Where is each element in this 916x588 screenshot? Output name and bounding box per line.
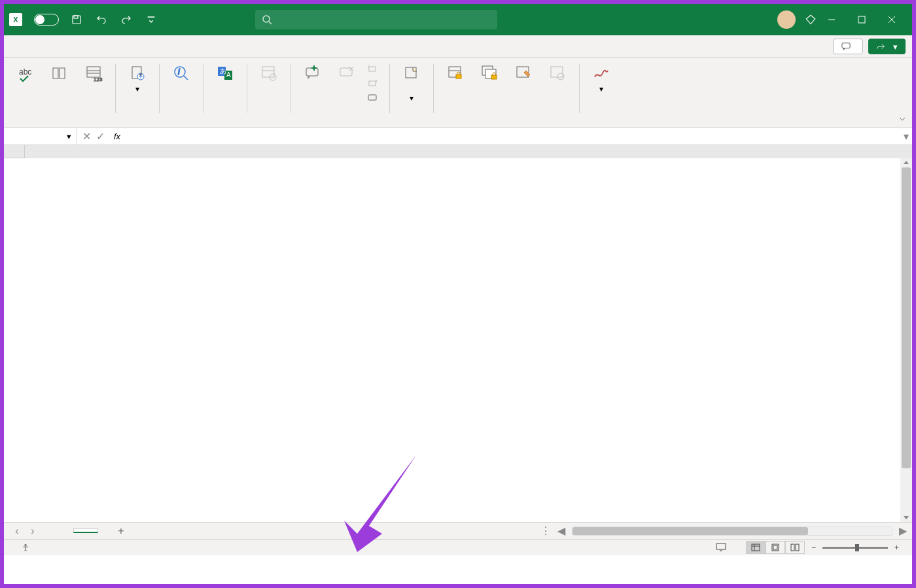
minimize-button[interactable] — [817, 4, 847, 35]
show-changes-button[interactable] — [253, 60, 285, 88]
hide-ink-button[interactable]: ▾ — [585, 60, 618, 97]
svg-rect-24 — [262, 67, 274, 77]
expand-formula-bar-button[interactable]: ▾ — [900, 130, 912, 143]
search-icon — [262, 14, 272, 25]
redo-button[interactable] — [114, 8, 138, 31]
svg-text:i: i — [178, 67, 180, 77]
svg-point-2 — [263, 16, 270, 22]
svg-rect-11 — [87, 67, 100, 77]
thesaurus-button[interactable] — [43, 60, 76, 88]
page-layout-view-button[interactable] — [766, 541, 785, 554]
notes-button[interactable]: ▾ — [395, 60, 428, 106]
previous-comment-button[interactable] — [364, 63, 384, 76]
excel-logo-icon: X — [9, 13, 22, 26]
scrollbar-thumb[interactable] — [902, 167, 911, 468]
svg-point-17 — [140, 74, 142, 76]
scroll-right-icon[interactable]: ▶ — [899, 525, 907, 537]
zoom-slider[interactable] — [822, 547, 888, 549]
select-all-corner[interactable] — [4, 145, 25, 158]
accessibility-icon — [21, 543, 30, 552]
zoom-out-button[interactable]: − — [811, 543, 816, 552]
svg-rect-7 — [842, 43, 850, 48]
allow-edit-ranges-button[interactable] — [507, 60, 540, 88]
show-comments-button[interactable] — [364, 92, 384, 105]
protect-workbook-button[interactable] — [473, 60, 506, 88]
sheet-tab-sheet1[interactable] — [73, 528, 98, 533]
maximize-button[interactable] — [847, 4, 877, 35]
save-button[interactable] — [65, 8, 88, 31]
svg-rect-36 — [406, 67, 416, 78]
autosave-toggle[interactable] — [30, 14, 59, 26]
prev-sheet-button[interactable]: ‹ — [9, 525, 25, 537]
svg-rect-39 — [456, 75, 461, 78]
sheet-tab-bar: ‹ › + ⋮ ◀ ▶ — [4, 522, 912, 539]
svg-rect-34 — [369, 81, 376, 86]
page-break-view-button[interactable] — [785, 541, 805, 554]
search-input[interactable] — [255, 10, 497, 29]
chevron-down-icon: ▾ — [410, 94, 414, 103]
smart-lookup-button[interactable]: i — [165, 60, 198, 88]
delete-comment-button[interactable] — [330, 60, 363, 88]
svg-rect-9 — [53, 68, 58, 78]
protect-sheet-button[interactable] — [439, 60, 472, 88]
tab-options-icon[interactable]: ⋮ — [540, 525, 551, 537]
display-icon — [716, 543, 726, 552]
scrollbar-thumb[interactable] — [572, 527, 808, 535]
ribbon: abc 123 ▾ i あA — [4, 58, 912, 128]
name-box[interactable]: ▾ — [4, 128, 77, 145]
chevron-down-icon: ▾ — [67, 131, 71, 141]
menubar: ▾ — [4, 35, 912, 58]
chevron-down-icon: ▾ — [893, 42, 898, 52]
quickaccess-dropdown[interactable] — [139, 8, 163, 31]
status-accessibility[interactable] — [21, 543, 33, 552]
share-button[interactable]: ▾ — [868, 39, 906, 54]
svg-rect-53 — [773, 545, 777, 549]
next-sheet-button[interactable]: › — [25, 525, 41, 537]
fx-icon[interactable]: fx — [114, 131, 120, 141]
normal-view-button[interactable] — [746, 541, 766, 554]
diamond-icon[interactable] — [805, 14, 817, 26]
svg-point-46 — [25, 544, 27, 546]
undo-button[interactable] — [90, 8, 113, 31]
formula-input[interactable] — [124, 131, 900, 141]
svg-rect-1 — [74, 16, 78, 18]
svg-point-18 — [175, 67, 185, 77]
scroll-down-icon[interactable] — [902, 514, 911, 521]
comment-icon — [841, 42, 851, 51]
collapse-ribbon-button[interactable] — [892, 60, 912, 128]
add-sheet-button[interactable]: + — [111, 525, 131, 537]
svg-text:A: A — [226, 71, 231, 78]
cancel-formula-icon[interactable]: ✕ — [82, 130, 91, 143]
close-button[interactable] — [877, 4, 907, 35]
svg-rect-27 — [306, 68, 318, 76]
unshare-workbook-button[interactable] — [541, 60, 574, 88]
chevron-down-icon: ▾ — [599, 85, 603, 94]
svg-rect-44 — [551, 67, 563, 77]
zoom-in-button[interactable]: + — [894, 543, 899, 552]
translate-button[interactable]: あA — [209, 60, 241, 88]
svg-rect-4 — [858, 16, 865, 23]
horizontal-scrollbar[interactable] — [572, 527, 892, 536]
vertical-scrollbar[interactable] — [900, 158, 912, 522]
check-accessibility-button[interactable]: ▾ — [121, 60, 154, 97]
titlebar: X — [4, 4, 912, 35]
comments-button[interactable] — [833, 39, 863, 54]
svg-text:123: 123 — [94, 77, 103, 82]
enter-formula-icon[interactable]: ✓ — [96, 130, 105, 143]
workbook-statistics-button[interactable]: 123 — [77, 60, 110, 88]
scroll-left-icon[interactable]: ◀ — [557, 525, 565, 537]
spelling-button[interactable]: abc — [9, 60, 42, 88]
spreadsheet-grid[interactable] — [4, 145, 912, 522]
chevron-down-icon: ▾ — [135, 85, 139, 94]
svg-rect-33 — [369, 67, 376, 71]
next-comment-button[interactable] — [364, 77, 384, 90]
formula-bar: ▾ ✕ ✓ fx ▾ — [4, 128, 912, 145]
display-settings-button[interactable] — [716, 543, 729, 552]
svg-rect-35 — [368, 95, 376, 100]
svg-rect-55 — [796, 544, 799, 551]
scroll-up-icon[interactable] — [902, 160, 911, 166]
new-comment-button[interactable] — [296, 60, 329, 88]
svg-rect-42 — [491, 75, 497, 79]
status-bar: − + — [4, 539, 912, 555]
avatar[interactable] — [777, 10, 796, 29]
